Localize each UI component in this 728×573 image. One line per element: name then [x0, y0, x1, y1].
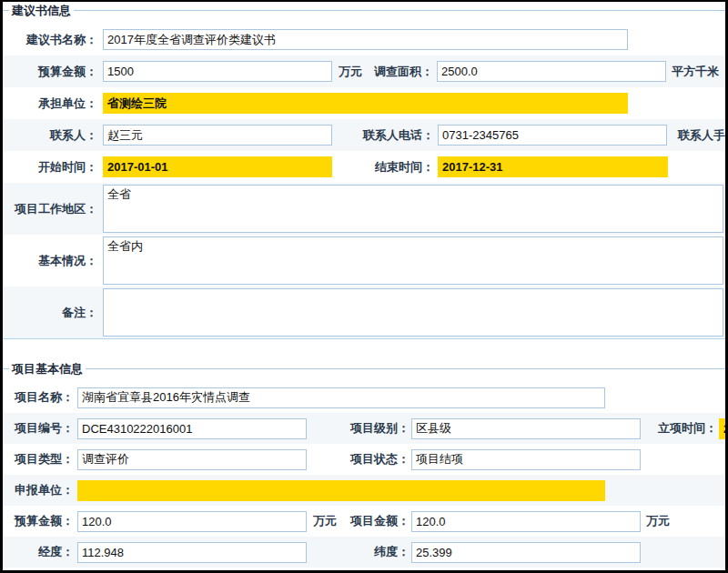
row-type-status: 项目类型： 项目状态：: [3, 444, 725, 475]
project-type-label: 项目类型：: [3, 451, 77, 467]
project-budget-input[interactable]: [77, 511, 307, 532]
row-code-level: 项目编号： 项目级别： 立项时间：: [3, 413, 725, 444]
row-undertaker: 承担单位：: [3, 87, 725, 119]
row-remark: 备注：: [3, 286, 725, 338]
latitude-label: 纬度：: [344, 544, 410, 560]
work-area-textarea[interactable]: 全省: [103, 185, 723, 233]
proposal-name-label: 建议书名称：: [3, 32, 103, 48]
row-declare-unit: 申报单位：: [3, 475, 725, 506]
row-budget-amount: 预算金额： 万元 项目金额： 万元: [3, 506, 725, 537]
row-work-area: 项目工作地区： 全省: [3, 183, 725, 235]
longitude-input[interactable]: [77, 542, 307, 563]
project-level-label: 项目级别：: [344, 420, 410, 437]
work-area-label: 项目工作地区：: [3, 201, 103, 217]
fieldset-line: [3, 10, 725, 11]
proposal-name-input[interactable]: [103, 29, 628, 50]
project-status-label: 项目状态：: [344, 451, 410, 467]
budget-input[interactable]: [103, 61, 332, 82]
project-amount-unit-label: 万元: [646, 513, 670, 529]
project-type-input[interactable]: [77, 449, 307, 470]
section-project-header: 项目基本信息: [3, 360, 725, 382]
project-status-input[interactable]: [411, 449, 641, 470]
start-time-label: 开始时间：: [3, 159, 103, 176]
row-time: 开始时间： 结束时间：: [3, 151, 725, 183]
contact-phone-label: 联系人电话：: [332, 127, 434, 144]
undertaker-input[interactable]: [103, 93, 628, 114]
section-proposal-header: 建议书信息: [3, 2, 725, 24]
section-project-title: 项目基本信息: [9, 361, 86, 377]
survey-area-unit-label: 平方千米: [672, 64, 719, 80]
start-time-input[interactable]: [103, 156, 332, 177]
project-code-input[interactable]: [77, 418, 307, 439]
declare-unit-label: 申报单位：: [3, 482, 77, 498]
approval-time-label: 立项时间：: [652, 420, 717, 437]
form-panel: 建议书信息 建议书名称： 预算金额： 万元 调查面积： 平方千米 承担单位： 联…: [0, 0, 728, 573]
budget-unit-label: 万元: [339, 64, 362, 80]
project-code-label: 项目编号：: [3, 420, 77, 437]
project-level-input[interactable]: [411, 418, 641, 439]
contact-mobile-label: 联系人手机：: [678, 127, 725, 144]
fieldset-line: [3, 368, 725, 369]
longitude-label: 经度：: [3, 544, 77, 560]
end-time-input[interactable]: [438, 156, 668, 177]
declare-unit-input[interactable]: [77, 480, 605, 501]
budget-label: 预算金额：: [3, 64, 103, 80]
end-time-label: 结束时间：: [332, 159, 434, 176]
project-amount-input[interactable]: [411, 511, 641, 532]
survey-area-label: 调查面积：: [365, 64, 433, 80]
row-basic-info: 基本情况： 全省内: [3, 235, 725, 286]
contact-input[interactable]: [103, 125, 332, 146]
survey-area-input[interactable]: [437, 61, 666, 82]
undertaker-label: 承担单位：: [3, 96, 103, 112]
section-divider: [3, 338, 725, 360]
basic-info-textarea[interactable]: 全省内: [103, 236, 723, 285]
contact-phone-input[interactable]: [438, 125, 667, 146]
section-proposal-title: 建议书信息: [9, 3, 74, 19]
row-coordinates: 经度： 纬度：: [3, 537, 725, 568]
row-project-name: 项目名称：: [3, 382, 725, 413]
project-amount-label: 项目金额：: [344, 513, 410, 529]
remark-textarea[interactable]: [103, 288, 723, 337]
project-name-label: 项目名称：: [3, 389, 77, 406]
row-proposal-name: 建议书名称：: [3, 24, 725, 55]
row-contact: 联系人： 联系人电话： 联系人手机：: [3, 119, 725, 151]
approval-time-input[interactable]: [719, 418, 725, 439]
contact-label: 联系人：: [3, 127, 103, 144]
latitude-input[interactable]: [411, 542, 641, 563]
project-budget-label: 预算金额：: [3, 513, 77, 529]
project-name-input[interactable]: [77, 387, 605, 408]
row-budget-area: 预算金额： 万元 调查面积： 平方千米: [3, 55, 725, 87]
project-budget-unit-label: 万元: [313, 513, 337, 529]
remark-label: 备注：: [3, 305, 103, 321]
basic-info-label: 基本情况：: [3, 253, 103, 269]
